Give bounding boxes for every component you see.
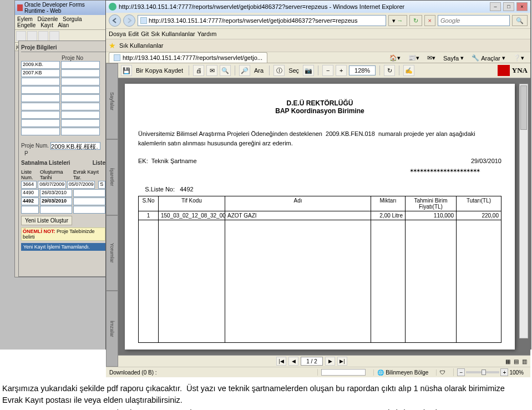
search-icon[interactable]: 🔍 — [220, 65, 231, 76]
select-icon[interactable]: Ⓘ — [273, 65, 285, 76]
address-bar[interactable]: http://193.140.151.14:7777/reports/rwser… — [138, 15, 386, 26]
menu-alan[interactable]: Alan — [58, 22, 69, 28]
save-copy-label[interactable]: Bir Kopya Kaydet — [134, 67, 185, 74]
pdf-toolbar: 💾 Bir Kopya Kaydet 🖨 ✉ 🔍 🔎 Ara Ⓘ Seç 📷 − — [118, 63, 530, 78]
home-button[interactable]: 🏠▾ — [386, 53, 404, 63]
view-mode-1[interactable]: ▦ — [505, 358, 510, 365]
mail-icon[interactable]: ✉ — [206, 65, 217, 76]
page-menu[interactable]: Sayfa ▾ — [440, 53, 467, 63]
col-num: Liste Num. — [21, 169, 39, 180]
menu-edit[interactable]: Edit — [128, 31, 139, 37]
proje-no-2[interactable]: 2007.KB — [21, 69, 60, 77]
proje-bilgileri-header: Proje Bilgileri — [21, 43, 105, 52]
pdf-scrollbar[interactable] — [519, 84, 528, 338]
last-page-button[interactable]: ▶| — [337, 357, 347, 366]
minimize-button[interactable]: – — [490, 2, 501, 11]
list-num[interactable]: 3664 — [21, 181, 37, 189]
yeni-liste-button[interactable]: Yeni Liste Oluştur — [21, 216, 72, 225]
star-icon[interactable]: ★ — [109, 41, 116, 50]
menu-dosya[interactable]: Dosya — [109, 31, 126, 37]
tb-icon[interactable] — [49, 31, 59, 41]
search-box[interactable] — [438, 15, 510, 26]
fav-button[interactable]: Sık Kullanılanlar — [119, 42, 164, 49]
ek-row: EK: Teknik Şartname 29/03/2010 — [138, 158, 501, 164]
rotate-icon[interactable]: ↻ — [384, 65, 395, 76]
table-row: 1 150_03_02_12_08_32_00 AZOT GAZI 2,00 L… — [139, 211, 501, 220]
tb-icon[interactable] — [38, 31, 48, 41]
menu-duzenle[interactable]: Düzenle — [38, 16, 58, 22]
page-field[interactable] — [301, 357, 323, 366]
tb-icon[interactable] — [16, 31, 26, 41]
menu-yardim[interactable]: Yardım — [197, 31, 217, 37]
url-text: http://193.140.151.14:7777/reports/rwser… — [149, 17, 357, 24]
back-button[interactable] — [109, 14, 121, 27]
zoom-out-button[interactable]: − — [457, 368, 465, 376]
side-tab-pages[interactable]: Sayfalar — [106, 63, 118, 139]
first-page-button[interactable]: |◀ — [276, 357, 286, 366]
proje-num-field[interactable]: 2009.KB.桜.桜桜. — [50, 142, 100, 150]
find-icon[interactable]: 🔎 — [239, 65, 250, 76]
list-s[interactable]: S — [98, 181, 105, 189]
help-button[interactable]: ❔▾ — [510, 53, 528, 63]
list-evrak[interactable]: 05/07/2009 — [67, 181, 95, 189]
sign-icon[interactable]: ✍ — [403, 65, 414, 76]
oracle-forms-window: Oracle Developer Forms Runtime - Web Eyl… — [14, 0, 109, 277]
list-tarih[interactable]: 26/03/2010 — [40, 189, 72, 197]
view-mode-3[interactable]: ▥ — [522, 358, 527, 365]
tb-icon[interactable] — [27, 31, 37, 41]
feed-button[interactable]: 📰▾ — [405, 53, 423, 63]
menu-eylem[interactable]: Eylem — [17, 16, 33, 22]
print-icon[interactable]: 🖨 — [193, 65, 204, 76]
go-button[interactable]: ▾ → — [388, 15, 407, 26]
refresh-button[interactable]: ↻ — [409, 15, 422, 26]
select-label[interactable]: Seç — [287, 67, 301, 74]
menu-engelle[interactable]: Engelle — [17, 22, 36, 28]
maximize-button[interactable]: □ — [503, 2, 514, 11]
side-tab-bookmarks[interactable]: İşaretler — [106, 139, 118, 215]
prev-page-button[interactable]: ◀ — [288, 357, 298, 366]
find-label[interactable]: Ara — [252, 67, 265, 74]
oracle-menubar[interactable]: Eylem Düzenle Sorgula Engelle Kayıt Alan — [15, 15, 108, 30]
side-tab-signatures[interactable]: İmzalar — [106, 291, 118, 367]
zoom-control[interactable]: − + 100% — [453, 368, 527, 376]
tools-menu[interactable]: 🔧 Araçlar ▾ — [468, 53, 509, 63]
list-evrak[interactable] — [73, 198, 105, 205]
zoom-field[interactable] — [349, 65, 376, 75]
proje-no-1[interactable]: 2009.KB. — [21, 61, 60, 69]
close-button[interactable]: × — [516, 2, 528, 11]
ie-titlebar[interactable]: http://193.140.151.14:7777/reports/rwser… — [106, 1, 530, 13]
proje-no-2b[interactable] — [61, 69, 100, 77]
mail-button[interactable]: ✉▾ — [424, 53, 439, 63]
menu-git[interactable]: Git — [141, 31, 149, 37]
proje-no-1b[interactable] — [61, 61, 100, 69]
list-evrak[interactable] — [73, 189, 105, 197]
forward-button[interactable] — [123, 14, 135, 27]
list-num[interactable]: 4492 — [21, 198, 39, 205]
liste-label: Liste — [93, 159, 105, 167]
save-copy-icon[interactable]: 💾 — [121, 65, 132, 76]
menu-sik[interactable]: Sık Kullanılanlar — [151, 31, 195, 37]
scroll-thumb[interactable] — [520, 85, 527, 130]
zoom-thumb[interactable] — [482, 369, 486, 375]
stop-button[interactable]: × — [424, 15, 435, 26]
menu-sorgula[interactable]: Sorgula — [63, 16, 82, 22]
tab-active[interactable]: http://193.140.151.14:7777/reports/rwser… — [109, 52, 267, 63]
side-tab-comments[interactable]: Yorumlar — [106, 215, 118, 291]
view-mode-2[interactable]: ▤ — [514, 358, 519, 365]
zoom-in-button[interactable]: + — [500, 368, 508, 376]
zoom-in-icon[interactable]: + — [336, 65, 347, 76]
snapshot-icon[interactable]: 📷 — [303, 65, 314, 76]
pdf-canvas[interactable]: D.E.Ü REKTÖRLÜĞÜ BAP Koordinasyon Birimi… — [118, 78, 530, 355]
pdf-side-tabs: Sayfalar İşaretler Yorumlar İmzalar — [106, 63, 118, 367]
th-adi: Adı — [225, 196, 371, 211]
menu-kayit[interactable]: Kayıt — [40, 22, 53, 28]
search-button[interactable]: 🔍 — [512, 15, 528, 26]
zoom-out-icon[interactable]: − — [322, 65, 333, 76]
oracle-titlebar[interactable]: Oracle Developer Forms Runtime - Web — [15, 1, 108, 15]
list-num[interactable]: 4490 — [21, 189, 39, 197]
list-tarih[interactable]: 08/07/2009 — [38, 181, 65, 189]
next-page-button[interactable]: ▶ — [325, 357, 335, 366]
tab-title: http://193.140.151.14:7777/reports/rwser… — [123, 54, 262, 61]
list-tarih[interactable]: 29/03/2010 — [40, 198, 72, 205]
ie-menubar[interactable]: Dosya Edit Git Sık Kullanılanlar Yardım — [106, 29, 530, 39]
